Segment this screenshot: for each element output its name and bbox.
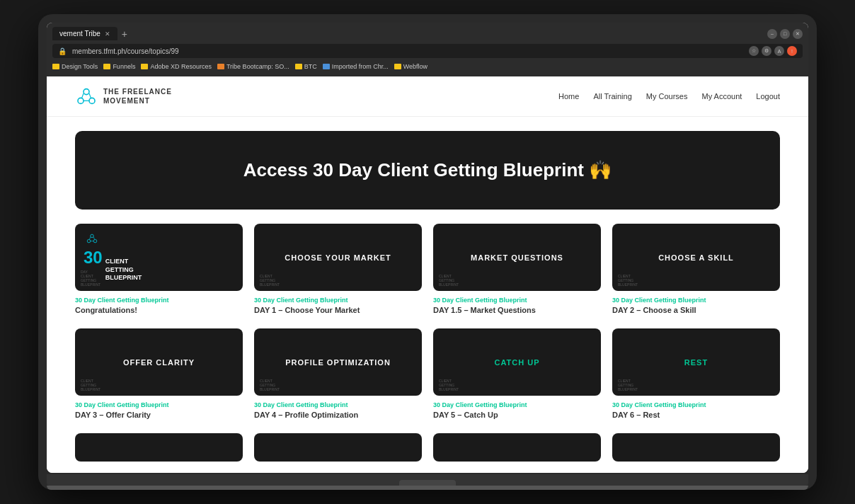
- lock-icon: 🔒: [58, 47, 67, 55]
- bookmark-imported[interactable]: Imported from Chr...: [323, 63, 389, 70]
- course-title-6: DAY 5 – Catch Up: [433, 411, 601, 419]
- logo[interactable]: THE FREELANCE MOVEMENT: [75, 85, 172, 108]
- nav-my-account[interactable]: My Account: [701, 92, 742, 101]
- svg-line-3: [82, 93, 84, 98]
- bookmark-webflow[interactable]: Webflow: [394, 63, 428, 70]
- thumb-overlay-2: MARKET QUESTIONS: [471, 253, 563, 262]
- bookmark-label: Webflow: [403, 63, 428, 70]
- bookmark-label: Funnels: [113, 63, 135, 70]
- nav-logout[interactable]: Logout: [756, 92, 780, 101]
- course-card-7[interactable]: REST CLIENTGETTINGBLUEPRINT 30 Day Clien…: [612, 328, 780, 419]
- course-thumbnail-7: REST CLIENTGETTINGBLUEPRINT: [612, 328, 780, 396]
- course-label-4: 30 Day Client Getting Blueprint: [75, 401, 243, 408]
- partial-card-1: [75, 433, 243, 462]
- address-bar[interactable]: 🔒 members.tfmt.ph/course/topics/99 ☆ ⚙ A…: [52, 44, 803, 58]
- course-card-0[interactable]: 30 CLIENTGETTINGBLUEPRINT DAYCLIENTGETTI…: [75, 224, 243, 314]
- bookmark-design-tools[interactable]: Design Tools: [52, 63, 98, 70]
- url-display: members.tfmt.ph/course/topics/99: [72, 47, 743, 55]
- card-watermark-2: CLIENTGETTINGBLUEPRINT: [439, 274, 459, 287]
- course-title-5: DAY 4 – Profile Optimization: [254, 411, 422, 419]
- notification-icon[interactable]: !: [787, 46, 797, 56]
- thumb-overlay-3: CHOOSE A SKILL: [658, 253, 734, 262]
- bookmark-label: Design Tools: [62, 63, 98, 70]
- bookmark-adobe[interactable]: Adobe XD Resources: [141, 63, 212, 70]
- logo-icon: [75, 85, 98, 108]
- laptop-notch: [399, 480, 456, 486]
- laptop-screen: vement Tribe ✕ + – □ ✕ 🔒 members.tfmt.ph…: [47, 23, 808, 473]
- bookmark-folder-icon: [394, 64, 401, 69]
- thumb-overlay-1: CHOOSE YOUR MARKET: [285, 253, 391, 262]
- course-card-2[interactable]: MARKET QUESTIONS CLIENTGETTINGBLUEPRINT …: [433, 224, 601, 314]
- partial-card-4: [612, 433, 780, 462]
- course-card-3[interactable]: CHOOSE A SKILL CLIENTGETTINGBLUEPRINT 30…: [612, 224, 780, 314]
- close-button[interactable]: ✕: [793, 29, 803, 39]
- svg-line-9: [89, 237, 90, 240]
- bookmark-icon[interactable]: ☆: [749, 46, 759, 56]
- course-thumbnail-1: CHOOSE YOUR MARKET CLIENTGETTINGBLUEPRIN…: [254, 224, 422, 291]
- course-grid-row3-partial: [47, 433, 808, 469]
- card-watermark-6: CLIENTGETTINGBLUEPRINT: [439, 379, 459, 391]
- partial-card-2: [254, 433, 422, 462]
- active-tab[interactable]: vement Tribe ✕: [52, 27, 117, 40]
- course-grid-row1: 30 CLIENTGETTINGBLUEPRINT DAYCLIENTGETTI…: [47, 224, 808, 328]
- tab-close-button[interactable]: ✕: [105, 30, 110, 38]
- course-label-7: 30 Day Client Getting Blueprint: [612, 401, 780, 408]
- laptop-base: [47, 474, 808, 486]
- bookmark-tribe[interactable]: Tribe Bootcamp: SO...: [217, 63, 289, 70]
- svg-line-4: [89, 93, 91, 98]
- course-card-5[interactable]: PROFILE OPTIMIZATION CLIENTGETTINGBLUEPR…: [254, 328, 422, 419]
- card-watermark-3: CLIENTGETTINGBLUEPRINT: [618, 274, 638, 287]
- maximize-button[interactable]: □: [780, 29, 790, 39]
- nav-links: Home All Training My Courses My Account …: [558, 92, 780, 101]
- card-watermark-5: CLIENTGETTINGBLUEPRINT: [260, 379, 280, 391]
- logo-line2: MOVEMENT: [103, 96, 172, 105]
- card-watermark-4: CLIENTGETTINGBLUEPRINT: [81, 379, 101, 391]
- svg-point-6: [91, 234, 93, 237]
- nav-my-courses[interactable]: My Courses: [646, 92, 688, 101]
- course-label-0: 30 Day Client Getting Blueprint: [75, 297, 243, 304]
- nav-all-training[interactable]: All Training: [593, 92, 631, 101]
- tab-label: vement Tribe: [59, 30, 101, 38]
- bookmark-folder-icon: [295, 64, 302, 69]
- course-title-0: Congratulations!: [75, 306, 243, 314]
- laptop-frame: vement Tribe ✕ + – □ ✕ 🔒 members.tfmt.ph…: [38, 14, 817, 490]
- extension-icon[interactable]: ⚙: [762, 46, 771, 56]
- course-thumbnail-6: CATCH UP CLIENTGETTINGBLUEPRINT: [433, 328, 601, 396]
- course-thumbnail-2: MARKET QUESTIONS CLIENTGETTINGBLUEPRINT: [433, 224, 601, 291]
- thumb-overlay-7: REST: [684, 358, 708, 367]
- course-label-5: 30 Day Client Getting Blueprint: [254, 401, 422, 408]
- new-tab-button[interactable]: +: [122, 28, 127, 40]
- bookmark-folder-icon: [323, 64, 330, 69]
- bookmark-btc[interactable]: BTC: [295, 63, 317, 70]
- bookmark-folder-icon: [217, 64, 224, 69]
- bookmark-funnels[interactable]: Funnels: [103, 63, 135, 70]
- svg-point-8: [93, 239, 96, 242]
- nav-home[interactable]: Home: [558, 92, 579, 101]
- thumb-overlay-4: OFFER CLARITY: [123, 358, 195, 367]
- bookmark-label: Imported from Chr...: [332, 63, 389, 70]
- course-label-1: 30 Day Client Getting Blueprint: [254, 297, 422, 304]
- bookmark-label: Tribe Bootcamp: SO...: [226, 63, 289, 70]
- card-watermark: DAYCLIENTGETTINGBLUEPRINT: [81, 270, 101, 287]
- card-day-number: 30: [84, 248, 103, 268]
- course-card-4[interactable]: OFFER CLARITY CLIENTGETTINGBLUEPRINT 30 …: [75, 328, 243, 419]
- bookmark-label: BTC: [304, 63, 317, 70]
- course-title-7: DAY 6 – Rest: [612, 411, 780, 419]
- card-watermark-1: CLIENTGETTINGBLUEPRINT: [260, 274, 280, 287]
- course-title-3: DAY 2 – Choose a Skill: [612, 306, 780, 314]
- browser-chrome: vement Tribe ✕ + – □ ✕ 🔒 members.tfmt.ph…: [47, 23, 808, 76]
- laptop-foot: [47, 486, 808, 490]
- browser-window-controls: – □ ✕: [767, 29, 803, 39]
- course-card-1[interactable]: CHOOSE YOUR MARKET CLIENTGETTINGBLUEPRIN…: [254, 224, 422, 314]
- course-label-6: 30 Day Client Getting Blueprint: [433, 401, 601, 408]
- svg-point-7: [87, 239, 90, 242]
- hero-title: Access 30 Day Client Getting Blueprint 🙌: [103, 159, 752, 181]
- course-card-6[interactable]: CATCH UP CLIENTGETTINGBLUEPRINT 30 Day C…: [433, 328, 601, 419]
- profile-icon[interactable]: A: [774, 46, 784, 56]
- bookmark-folder-icon: [52, 64, 59, 69]
- svg-point-0: [84, 89, 89, 95]
- browser-action-icons: ☆ ⚙ A !: [749, 46, 797, 56]
- card-logo-icon: [84, 232, 101, 245]
- minimize-button[interactable]: –: [767, 29, 777, 39]
- bookmark-folder-icon: [141, 64, 148, 69]
